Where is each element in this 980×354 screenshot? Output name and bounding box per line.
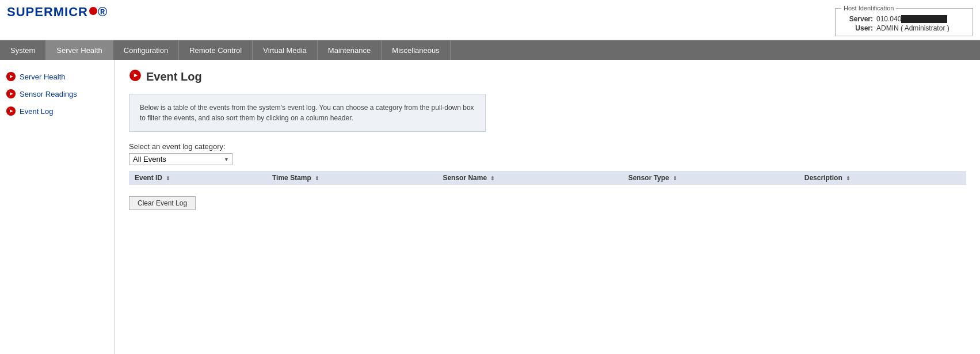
sidebar-item-sensor-readings[interactable]: Sensor Readings [0,85,115,102]
nav-configuration[interactable]: Configuration [113,40,179,60]
col-event-id-label: Event ID [135,174,164,182]
sidebar-item-server-health[interactable]: Server Health [0,68,115,85]
sidebar-label-event-log: Event Log [20,107,54,116]
host-id-legend: Host Identification [841,5,896,12]
arrow-icon-event-log [6,106,16,116]
sidebar-label-sensor-readings: Sensor Readings [20,90,77,98]
col-sensor-name-sort[interactable]: ⇕ [490,176,495,181]
logo-text-end: ® [98,5,108,20]
navbar: System Server Health Configuration Remot… [0,40,980,60]
col-event-id[interactable]: Event ID ⇕ [129,171,266,185]
sidebar-item-event-log[interactable]: Event Log [0,102,115,120]
content-area: Event Log Below is a table of the events… [115,60,980,354]
col-sensor-type[interactable]: Sensor Type ⇕ [623,171,799,185]
category-select[interactable]: All Events System Event Temperature Volt… [129,153,232,165]
col-sensor-name[interactable]: Sensor Name ⇕ [437,171,622,185]
user-label: User: [841,24,873,32]
col-time-stamp[interactable]: Time Stamp ⇕ [266,171,437,185]
logo-text: SUPERMICR [7,5,88,20]
clear-event-log-button[interactable]: Clear Event Log [129,196,196,210]
category-label: Select an event log category: [129,142,966,151]
table-header: Event ID ⇕ Time Stamp ⇕ Sensor Name ⇕ Se… [129,171,966,185]
col-sensor-name-label: Sensor Name [443,174,489,182]
col-sensor-type-label: Sensor Type [628,174,671,182]
user-role: ( Administrator ) [901,24,950,32]
server-label: Server: [841,15,873,23]
col-description-sort[interactable]: ⇕ [846,176,851,181]
host-identification: Host Identification Server: 010.040 User… [835,5,973,36]
page-title-text: Event Log [146,70,202,83]
info-box: Below is a table of the events from the … [129,94,486,132]
nav-remote-control[interactable]: Remote Control [179,40,253,60]
event-table: Event ID ⇕ Time Stamp ⇕ Sensor Name ⇕ Se… [129,171,966,185]
category-select-wrapper: All Events System Event Temperature Volt… [129,153,232,165]
arrow-icon-server-health [6,71,16,82]
category-section: Select an event log category: All Events… [129,142,966,165]
nav-server-health[interactable]: Server Health [46,40,113,60]
main-layout: Server Health Sensor Readings Event Log [0,60,980,354]
nav-miscellaneous[interactable]: Miscellaneous [382,40,450,60]
server-row: Server: 010.040 [841,15,967,23]
logo-dot [89,7,97,15]
col-description-label: Description [804,174,844,182]
nav-virtual-media[interactable]: Virtual Media [253,40,318,60]
table-header-row: Event ID ⇕ Time Stamp ⇕ Sensor Name ⇕ Se… [129,171,966,185]
col-description[interactable]: Description ⇕ [799,171,966,185]
sidebar: Server Health Sensor Readings Event Log [0,60,115,354]
page-title-icon [129,69,142,85]
arrow-icon-sensor-readings [6,89,16,99]
col-time-stamp-sort[interactable]: ⇕ [315,176,319,181]
user-value: ADMIN [876,24,899,32]
logo: SUPERMICR® [7,5,108,20]
user-row: User: ADMIN ( Administrator ) [841,24,967,32]
server-ip-masked [901,15,947,23]
page-title: Event Log [129,69,966,85]
nav-maintenance[interactable]: Maintenance [318,40,382,60]
info-text: Below is a table of the events from the … [140,104,474,122]
page-title-arrow-icon [129,69,142,82]
col-event-id-sort[interactable]: ⇕ [166,176,170,181]
col-time-stamp-label: Time Stamp [272,174,313,182]
sidebar-label-server-health: Server Health [20,73,65,81]
server-value-prefix: 010.040 [876,15,901,23]
nav-system[interactable]: System [0,40,46,60]
col-sensor-type-sort[interactable]: ⇕ [673,176,677,181]
header: SUPERMICR® Host Identification Server: 0… [0,0,980,40]
